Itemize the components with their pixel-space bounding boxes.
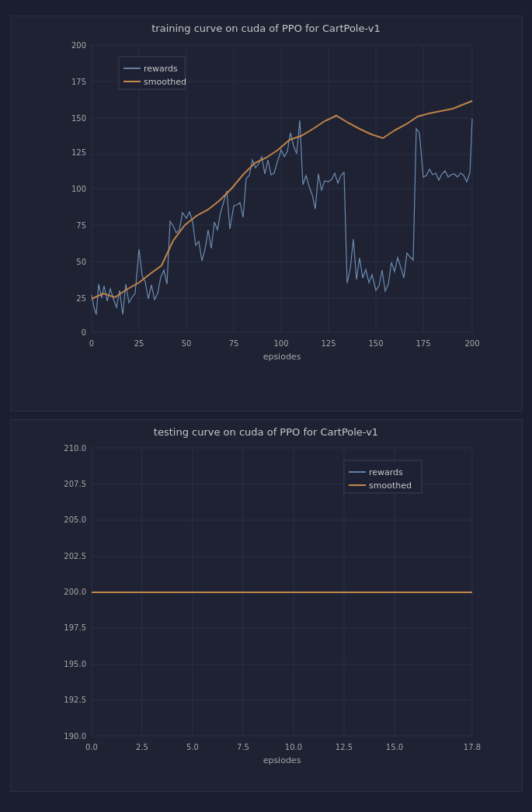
training-chart-title: training curve on cuda of PPO for CartPo… xyxy=(11,16,522,37)
svg-text:175: 175 xyxy=(416,339,430,348)
svg-text:17.8: 17.8 xyxy=(463,743,480,751)
svg-text:15.0: 15.0 xyxy=(385,743,402,751)
svg-text:smoothed: smoothed xyxy=(369,481,412,491)
svg-text:0: 0 xyxy=(89,339,93,348)
svg-text:10.0: 10.0 xyxy=(284,743,301,751)
testing-chart-svg: 190.0 192.5 195.0 197.5 200.0 202.5 205.… xyxy=(49,441,484,767)
svg-text:150: 150 xyxy=(368,339,383,348)
svg-text:175: 175 xyxy=(71,78,85,86)
svg-text:12.5: 12.5 xyxy=(335,743,352,751)
svg-text:0: 0 xyxy=(81,328,85,337)
svg-text:125: 125 xyxy=(321,339,336,348)
svg-text:195.0: 195.0 xyxy=(64,660,86,668)
svg-text:100: 100 xyxy=(71,185,85,193)
svg-text:190.0: 190.0 xyxy=(64,732,86,741)
svg-text:rewards: rewards xyxy=(369,467,403,477)
svg-text:192.5: 192.5 xyxy=(64,696,86,704)
svg-text:202.5: 202.5 xyxy=(64,552,86,560)
svg-text:207.5: 207.5 xyxy=(64,480,86,488)
svg-text:epsiodes: epsiodes xyxy=(263,352,301,362)
svg-text:25: 25 xyxy=(134,339,144,348)
svg-text:150: 150 xyxy=(71,114,85,123)
svg-text:0.0: 0.0 xyxy=(85,743,98,751)
training-chart-svg: 0 25 50 75 100 125 150 175 200 0 25 50 7… xyxy=(49,37,484,363)
svg-text:197.5: 197.5 xyxy=(64,623,86,632)
svg-text:epsiodes: epsiodes xyxy=(263,755,301,765)
svg-text:200: 200 xyxy=(71,41,85,50)
svg-text:50: 50 xyxy=(181,339,191,348)
svg-text:5.0: 5.0 xyxy=(186,743,199,751)
svg-text:75: 75 xyxy=(76,221,86,230)
training-chart: training curve on cuda of PPO for CartPo… xyxy=(10,16,523,411)
svg-text:75: 75 xyxy=(228,339,238,348)
testing-chart-title: testing curve on cuda of PPO for CartPol… xyxy=(11,420,522,441)
svg-text:200.0: 200.0 xyxy=(64,588,86,596)
svg-text:2.5: 2.5 xyxy=(136,743,148,751)
svg-text:200: 200 xyxy=(464,339,479,348)
svg-text:smoothed: smoothed xyxy=(144,77,186,87)
svg-text:100: 100 xyxy=(273,339,288,348)
svg-text:210.0: 210.0 xyxy=(64,444,86,453)
svg-text:25: 25 xyxy=(76,294,86,303)
svg-text:205.0: 205.0 xyxy=(64,515,86,524)
svg-text:50: 50 xyxy=(76,258,86,266)
svg-text:7.5: 7.5 xyxy=(237,743,249,751)
svg-text:125: 125 xyxy=(71,148,85,157)
svg-text:rewards: rewards xyxy=(144,64,178,74)
testing-chart: testing curve on cuda of PPO for CartPol… xyxy=(10,419,523,792)
